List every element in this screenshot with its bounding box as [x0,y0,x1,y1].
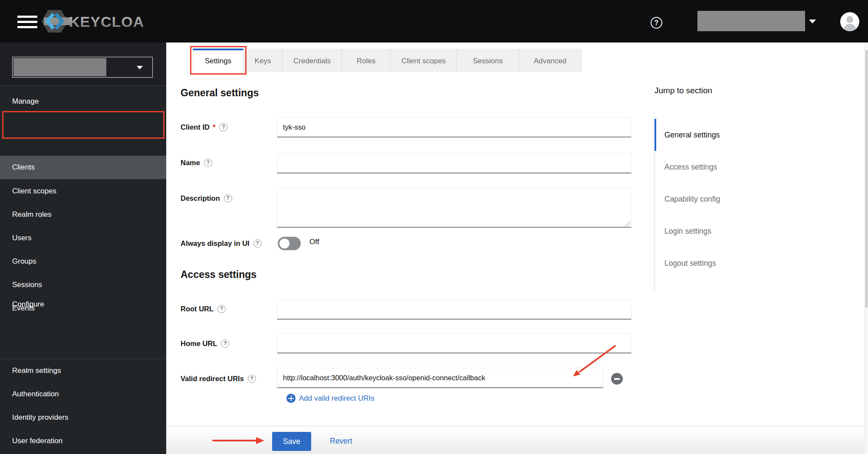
keycloak-logo: KEYCLOAK KEYCLOAK [41,7,145,35]
sidebar-item-sessions[interactable]: Sessions [0,273,166,297]
root-url-input[interactable] [277,299,631,320]
always-display-toggle[interactable] [278,237,301,250]
description-help-icon[interactable]: ? [224,194,232,203]
svg-text:KEYCLOAK: KEYCLOAK [69,13,145,30]
toggle-knob [279,238,289,248]
required-asterisk: * [213,121,215,133]
scrollbar-thumb[interactable] [865,50,868,308]
jump-item-login-settings[interactable]: Login settings [654,215,767,247]
client-tabs: Settings Keys Credentials Roles Client s… [193,49,582,72]
access-settings-heading: Access settings [181,269,256,281]
client-id-input[interactable] [277,117,631,137]
redirect-uris-label: Valid redirect URIs [181,373,244,384]
realm-caret-down-icon [137,66,143,69]
client-id-help-icon[interactable]: ? [219,123,227,131]
sidebar-item-authentication[interactable]: Authentication [0,382,166,406]
nav-section-configure: Configure [12,300,44,309]
save-button[interactable]: Save [272,432,311,451]
plus-circle-icon [286,394,296,403]
revert-link[interactable]: Revert [330,437,352,446]
sidebar-item-clients[interactable]: Clients [0,156,166,179]
description-textarea[interactable] [277,188,631,228]
sidebar-item-realm-roles[interactable]: Realm roles [0,203,166,226]
name-help-icon[interactable]: ? [204,159,212,167]
root-url-label-row: Root URL ? [181,303,226,314]
jump-item-capability-config[interactable]: Capability config [654,183,767,215]
tab-credentials[interactable]: Credentials [283,49,342,72]
root-url-help-icon[interactable]: ? [217,305,226,313]
always-display-label: Always display in UI [181,238,250,249]
home-url-label-row: Home URL ? [181,338,229,349]
jump-item-access-settings[interactable]: Access settings [654,151,767,183]
jump-item-logout-settings[interactable]: Logout settings [654,247,767,279]
tab-client-scopes[interactable]: Client scopes [391,49,457,72]
user-avatar[interactable] [840,12,859,31]
name-input[interactable] [277,153,631,173]
home-url-help-icon[interactable]: ? [221,340,229,348]
client-id-label: Client ID [181,121,210,133]
form-action-bar: Save Revert [166,426,868,454]
realm-selector[interactable] [12,57,153,78]
add-redirect-uri-link[interactable]: Add valid redirect URIs [286,394,375,403]
name-label-row: Name ? [181,157,212,168]
tab-sessions[interactable]: Sessions [457,49,519,72]
sidebar-item-client-scopes[interactable]: Client scopes [0,180,166,203]
keycloak-logo-image: KEYCLOAK [41,8,145,35]
general-settings-heading: General settings [181,87,259,99]
redirect-uris-label-row: Valid redirect URIs ? [181,373,256,384]
description-label-row: Description ? [181,193,232,204]
redirect-uris-help-icon[interactable]: ? [248,375,256,383]
realm-zone [0,42,166,86]
client-settings-page: Settings Keys Credentials Roles Client s… [166,42,868,454]
redirect-uri-input[interactable] [277,368,603,388]
sidebar-item-groups[interactable]: Groups [0,250,166,273]
add-redirect-uri-label: Add valid redirect URIs [299,394,375,403]
home-url-label: Home URL [181,338,217,349]
home-url-input[interactable] [277,333,631,353]
client-id-label-row: Client ID * ? [181,121,227,133]
realm-name-redacted [13,58,106,76]
tab-keys[interactable]: Keys [243,49,283,72]
tab-settings[interactable]: Settings [193,49,243,72]
toggle-state-label: Off [309,238,319,246]
sidebar-item-identity-providers[interactable]: Identity providers [0,406,166,429]
jump-to-section-heading: Jump to section [654,86,712,95]
always-display-help-icon[interactable]: ? [253,239,262,248]
user-menu-caret-down-icon[interactable] [809,20,816,23]
masthead: KEYCLOAK KEYCLOAK ? [0,0,868,42]
nav-toggle-hamburger-icon[interactable] [17,16,37,28]
root-url-label: Root URL [181,303,214,314]
page-scrollbar [864,42,868,454]
sidebar-item-user-federation[interactable]: User federation [0,429,166,453]
tab-roles[interactable]: Roles [342,49,391,72]
description-label: Description [181,193,220,204]
tab-advanced[interactable]: Advanced [519,49,582,72]
person-icon [840,12,859,31]
user-name-redacted[interactable] [697,11,805,31]
always-display-label-row: Always display in UI ? [181,238,262,249]
help-icon[interactable]: ? [651,17,662,29]
jump-item-general-settings[interactable]: General settings [654,119,767,151]
sidebar-item-users[interactable]: Users [0,226,166,250]
remove-redirect-uri-button[interactable] [611,373,623,385]
sidebar-nav: Manage Clients Client scopes Realm roles… [0,42,166,454]
nav-section-manage: Manage [12,97,39,106]
keycloak-admin-console: KEYCLOAK KEYCLOAK ? Manage Clients Clien… [0,0,868,454]
name-label: Name [181,157,200,168]
sidebar-item-realm-settings[interactable]: Realm settings [0,359,166,382]
